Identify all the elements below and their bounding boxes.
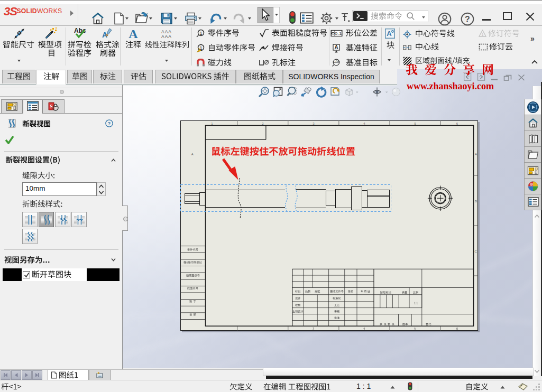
svg-text:SOLID: SOLID	[17, 7, 37, 15]
svg-text:A: A	[128, 27, 138, 40]
svg-text:A: A	[475, 153, 477, 156]
svg-text:AAA: AAA	[161, 34, 172, 39]
svg-text:?: ?	[465, 15, 470, 24]
svg-text:1: 1	[211, 122, 213, 125]
svg-text:6: 6	[456, 122, 458, 125]
svg-text:4: 4	[363, 122, 365, 125]
svg-text:1: 1	[482, 33, 484, 36]
svg-text:0.1: 0.1	[335, 31, 342, 36]
svg-text:A: A	[191, 153, 194, 156]
svg-text:A: A	[387, 30, 392, 38]
svg-text:2: 2	[262, 122, 264, 125]
svg-text:3S: 3S	[4, 5, 17, 18]
svg-text:C: C	[475, 250, 477, 253]
svg-text:5: 5	[414, 122, 416, 125]
svg-text:?: ?	[108, 120, 111, 126]
svg-text:A1: A1	[336, 59, 339, 62]
svg-text:WORKS: WORKS	[37, 7, 62, 15]
svg-text:3: 3	[313, 122, 315, 125]
svg-text:B: B	[475, 200, 477, 203]
svg-text:S: S	[50, 104, 53, 109]
svg-text:A: A	[334, 44, 338, 50]
svg-text:1: 1	[199, 31, 202, 36]
